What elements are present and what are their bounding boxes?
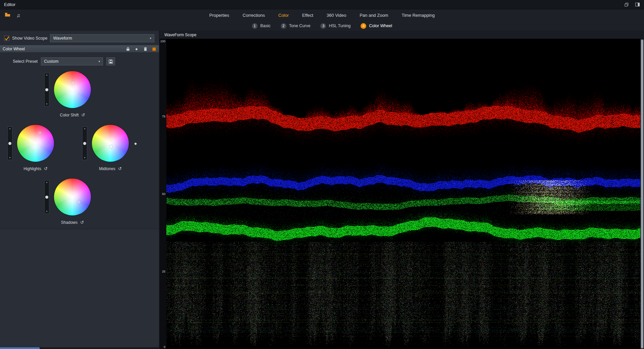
trash-icon[interactable] <box>143 47 148 51</box>
select-preset-label: Select Preset <box>13 59 38 64</box>
shadows-wheel[interactable] <box>54 179 91 215</box>
tab-corrections[interactable]: Corrections <box>242 11 265 19</box>
subtab-tone-curve-label: Tone Curve <box>289 23 311 28</box>
midtones-wheel-marker[interactable] <box>110 145 113 148</box>
subtab-color-wheel[interactable]: 4 Color Wheel <box>361 23 392 29</box>
slider-up-icon[interactable]: ▲ <box>9 128 11 130</box>
save-preset-button[interactable] <box>106 57 115 65</box>
tab-color[interactable]: Color <box>278 11 289 19</box>
color-wheel-sidebar: Show Video Scope Waveform ▾ Color Wheel … <box>0 31 160 349</box>
subtab-hsl-tuning-label: HSL Tuning <box>329 23 351 28</box>
color-shift-label: Color Shift <box>60 113 79 117</box>
subtab-color-wheel-number: 4 <box>361 23 366 29</box>
scope-header: WaveForm Scope <box>160 31 644 39</box>
slider-up-icon[interactable]: ▲ <box>46 181 48 184</box>
highlights-slider[interactable]: ▲ ▼ <box>7 127 12 160</box>
show-video-scope-label: Show Video Scope <box>12 36 47 41</box>
editor-window: Editor ♫ Properties Corrections Color Ef… <box>0 0 644 349</box>
wheel-area: ▲ ▼ Color Shift ↺ <box>0 66 159 229</box>
titlebar: Editor <box>0 0 644 9</box>
midtones-slider-handle[interactable] <box>83 142 86 145</box>
tab-pan-and-zoom[interactable]: Pan and Zoom <box>359 11 389 19</box>
timeline-edge-highlight <box>0 347 40 349</box>
midtones-reset-icon[interactable]: ↺ <box>118 167 122 171</box>
media-folder-icon[interactable] <box>5 12 10 18</box>
slider-down-icon[interactable]: ▼ <box>46 210 48 213</box>
slider-down-icon[interactable]: ▼ <box>84 157 86 159</box>
color-subtabs: 1 Basic 2 Tone Curve 3 HSL Tuning 4 Colo… <box>0 21 644 31</box>
section-title: Color Wheel <box>3 47 25 51</box>
panel-color-chip[interactable] <box>152 47 156 51</box>
highlights-wheel-marker[interactable] <box>39 132 42 135</box>
dock-panel-icon[interactable] <box>635 2 640 7</box>
keyframe-diamond-icon[interactable]: ◆ <box>134 47 139 51</box>
tab-360-video[interactable]: 360 Video <box>326 11 347 19</box>
subtab-basic-number: 1 <box>252 23 258 29</box>
color-shift-wheel[interactable] <box>54 71 91 108</box>
scope-title: WaveForm Scope <box>164 33 197 37</box>
lock-icon[interactable] <box>125 47 130 51</box>
slider-down-icon[interactable]: ▼ <box>9 157 11 159</box>
highlights-label: Highlights <box>23 166 41 171</box>
sidebar-empty-area <box>0 229 159 349</box>
scope-scrollbar-thumb[interactable] <box>641 40 643 348</box>
subtab-basic-label: Basic <box>260 23 271 28</box>
shadows-slider[interactable]: ▲ ▼ <box>44 180 49 214</box>
chevron-down-icon: ▾ <box>146 37 151 40</box>
subtab-basic[interactable]: 1 Basic <box>252 23 271 29</box>
midtones-keyframe-diamond-icon[interactable]: ◆ <box>134 142 137 145</box>
color-shift-reset-icon[interactable]: ↺ <box>82 113 85 117</box>
axis-tick-100: 100 <box>160 40 165 43</box>
main-tabrow: ♫ Properties Corrections Color Effect 36… <box>0 9 644 21</box>
axis-tick-50: 50 <box>162 192 165 196</box>
tab-properties[interactable]: Properties <box>209 11 230 19</box>
music-note-icon[interactable]: ♫ <box>16 12 20 18</box>
highlights-wheel[interactable] <box>17 125 54 162</box>
tab-effect[interactable]: Effect <box>302 11 314 19</box>
shadows-reset-icon[interactable]: ↺ <box>80 220 84 225</box>
shadows-slider-handle[interactable] <box>45 196 48 199</box>
slider-down-icon[interactable]: ▼ <box>46 103 48 105</box>
axis-tick-75: 75 <box>162 115 165 118</box>
color-shift-wheel-marker[interactable] <box>71 82 74 85</box>
color-shift-slider-handle[interactable] <box>45 88 48 91</box>
main-tabs: Properties Corrections Color Effect 360 … <box>209 11 435 19</box>
waveform-scope-panel: WaveForm Scope 100 75 50 25 0 <box>160 31 644 349</box>
window-title: Editor <box>4 2 15 7</box>
highlights-slider-handle[interactable] <box>8 142 11 145</box>
scope-axis: 100 75 50 25 0 <box>160 39 166 349</box>
shadows-label: Shadows <box>61 220 77 225</box>
float-window-icon[interactable] <box>624 2 629 7</box>
chevron-down-icon: ▾ <box>95 60 100 63</box>
midtones-wheel[interactable] <box>92 125 129 162</box>
subtab-hsl-tuning[interactable]: 3 HSL Tuning <box>320 23 351 29</box>
color-shift-slider[interactable]: ▲ ▼ <box>44 73 49 106</box>
slider-up-icon[interactable]: ▲ <box>46 74 48 76</box>
axis-tick-25: 25 <box>162 270 165 273</box>
waveform-display <box>166 39 640 349</box>
preset-value: Custom <box>44 59 58 64</box>
scope-type-value: Waveform <box>53 36 72 41</box>
scope-scrollbar[interactable] <box>640 39 644 349</box>
color-wheel-section-header: Color Wheel ◆ <box>0 45 159 53</box>
timeline-edge-strip <box>0 347 159 349</box>
subtab-tone-curve-number: 2 <box>281 23 286 29</box>
subtab-color-wheel-label: Color Wheel <box>369 23 392 28</box>
midtones-label: Midtones <box>99 166 115 171</box>
tab-time-remapping[interactable]: Time Remapping <box>401 11 435 19</box>
highlights-reset-icon[interactable]: ↺ <box>44 167 48 171</box>
slider-up-icon[interactable]: ▲ <box>84 128 86 130</box>
scope-type-dropdown[interactable]: Waveform ▾ <box>50 34 154 42</box>
show-video-scope-checkbox[interactable] <box>4 36 9 41</box>
axis-tick-0: 0 <box>164 345 165 349</box>
preset-dropdown[interactable]: Custom ▾ <box>41 57 103 65</box>
midtones-slider[interactable]: ▲ ▼ <box>82 127 87 160</box>
shadows-wheel-marker[interactable] <box>77 201 80 204</box>
subtab-hsl-tuning-number: 3 <box>320 23 326 29</box>
subtab-tone-curve[interactable]: 2 Tone Curve <box>281 23 311 29</box>
